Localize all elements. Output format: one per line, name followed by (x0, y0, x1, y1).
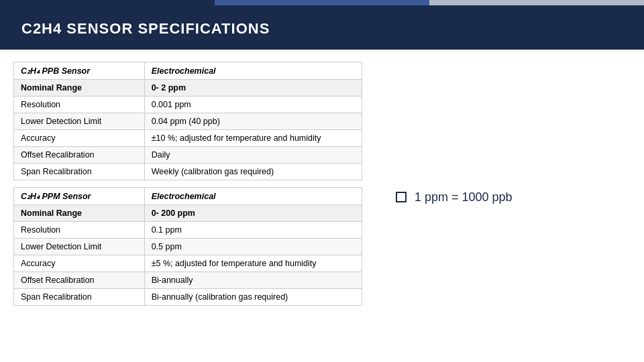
row-label: Resolution (14, 97, 145, 113)
table-row: Lower Detection Limit 0.5 ppm (14, 239, 362, 255)
table-area: C₂H₄ PPB Sensor Electrochemical Nominal … (13, 62, 362, 306)
row-value: ±10 %; adjusted for temperature and humi… (144, 130, 362, 147)
main-content: C₂H₄ PPB Sensor Electrochemical Nominal … (0, 50, 644, 311)
table-row: Resolution 0.001 ppm (14, 97, 362, 113)
table-row: Span Recalibration Bi-annually (calibrat… (14, 289, 362, 306)
row-value: Weekly (calibration gas required) (144, 164, 362, 180)
note-content: 1 ppm = 1000 ppb (396, 190, 513, 204)
row-value: Bi-annually (calibration gas required) (144, 289, 362, 306)
table-row: Resolution 0.1 ppm (14, 222, 362, 239)
row-value: 0.1 ppm (144, 222, 362, 239)
table-row: C₂H₄ PPB Sensor Electrochemical (14, 62, 362, 80)
spec-table: C₂H₄ PPB Sensor Electrochemical Nominal … (13, 62, 362, 306)
row-label: Offset Recalibration (14, 147, 145, 164)
table-spacer (14, 180, 362, 188)
row-value: 0.001 ppm (144, 97, 362, 113)
table-row: C₂H₄ PPM Sensor Electrochemical (14, 188, 362, 205)
table-row: Nominal Range 0- 2 ppm (14, 80, 362, 97)
row-label: Span Recalibration (14, 289, 145, 306)
row-value: 0- 200 ppm (144, 205, 362, 222)
side-note: 1 ppm = 1000 ppb (382, 62, 631, 306)
table-row: Lower Detection Limit 0.04 ppm (40 ppb) (14, 113, 362, 130)
row-value: 0- 2 ppm (144, 80, 362, 97)
table-row: Offset Recalibration Daily (14, 147, 362, 164)
top-bar-1 (0, 0, 215, 5)
page-title: C2H4 SENSOR SPECIFICATIONS (21, 20, 623, 38)
table-row: Offset Recalibration Bi-annually (14, 272, 362, 289)
row-value: 0.5 ppm (144, 239, 362, 255)
row-label: Lower Detection Limit (14, 113, 145, 130)
sensor-label-2: C₂H₄ PPM Sensor (14, 188, 145, 205)
top-bars (0, 0, 644, 5)
row-value: Daily (144, 147, 362, 164)
top-bar-3 (429, 0, 644, 5)
row-label: Resolution (14, 222, 145, 239)
row-label: Accuracy (14, 255, 145, 272)
row-label: Offset Recalibration (14, 272, 145, 289)
row-value: Bi-annually (144, 272, 362, 289)
top-bar-2 (215, 0, 429, 5)
row-label: Lower Detection Limit (14, 239, 145, 255)
row-label: Span Recalibration (14, 164, 145, 180)
row-label: Accuracy (14, 130, 145, 147)
row-value: 0.04 ppm (40 ppb) (144, 113, 362, 130)
table-row: Accuracy ±10 %; adjusted for temperature… (14, 130, 362, 147)
checkbox-icon (396, 192, 407, 202)
table-row: Span Recalibration Weekly (calibration g… (14, 164, 362, 180)
sensor-label-1: C₂H₄ PPB Sensor (14, 62, 145, 80)
row-value: ±5 %; adjusted for temperature and humid… (144, 255, 362, 272)
sensor-type-2: Electrochemical (144, 188, 362, 205)
note-text: 1 ppm = 1000 ppb (415, 190, 513, 204)
row-label: Nominal Range (14, 80, 145, 97)
table-row: Nominal Range 0- 200 ppm (14, 205, 362, 222)
row-label: Nominal Range (14, 205, 145, 222)
table-row: Accuracy ±5 %; adjusted for temperature … (14, 255, 362, 272)
header-section: C2H4 SENSOR SPECIFICATIONS (0, 5, 644, 50)
sensor-type-1: Electrochemical (144, 62, 362, 80)
